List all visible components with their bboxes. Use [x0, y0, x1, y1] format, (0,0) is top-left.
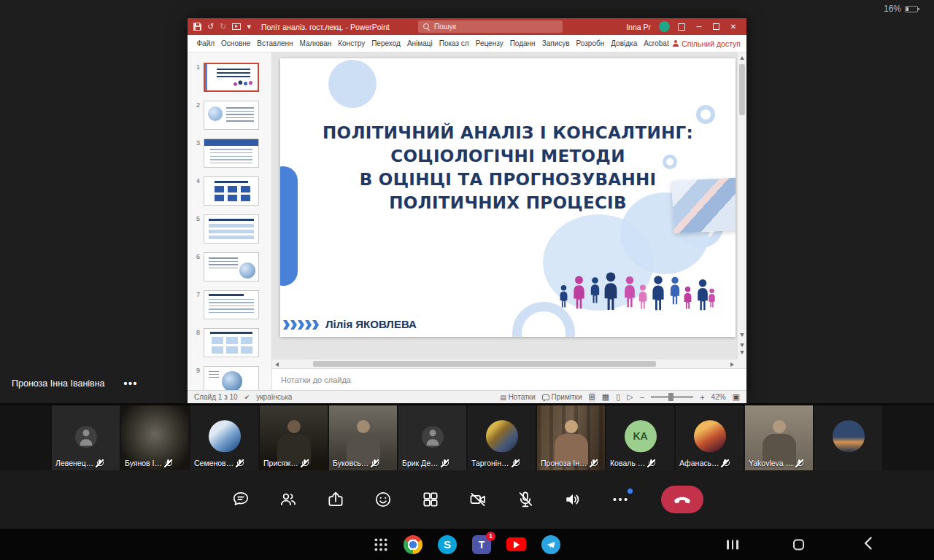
participant-tile[interactable] — [814, 405, 882, 470]
tab-recording[interactable]: Записув — [539, 39, 573, 47]
more-options-button[interactable] — [611, 490, 630, 509]
account-name[interactable]: Inna Pr — [626, 23, 651, 31]
slideshow-view-button[interactable]: ▷ — [627, 392, 633, 402]
tab-developer[interactable]: Розробн — [573, 39, 608, 47]
ribbon-display-options-icon[interactable] — [678, 23, 685, 31]
previous-slide-icon[interactable] — [740, 343, 744, 347]
mic-muted-icon — [590, 459, 598, 467]
next-slide-icon[interactable] — [740, 351, 744, 354]
redo-icon[interactable]: ↻ — [220, 23, 226, 31]
slide-thumbnail[interactable] — [204, 176, 259, 206]
skype-icon[interactable]: S — [438, 535, 457, 554]
participant-tile[interactable]: Брик Де… — [398, 405, 466, 470]
chrome-icon[interactable] — [404, 535, 422, 554]
nav-recents-icon[interactable] — [727, 540, 738, 549]
participant-tile[interactable]: Буянов І… — [121, 405, 189, 470]
scroll-up-arrow-icon[interactable] — [740, 56, 744, 60]
tab-help[interactable]: Довідка — [608, 39, 641, 47]
teams-icon[interactable]: T 1 — [472, 535, 491, 554]
participant-tile[interactable]: KA Коваль … — [606, 405, 674, 470]
slide-thumbnail[interactable] — [204, 328, 259, 357]
speaker-button[interactable] — [563, 490, 582, 509]
zoom-out-button[interactable]: − — [640, 393, 644, 402]
slide-thumbnail[interactable] — [204, 252, 259, 281]
tab-home[interactable]: Основне — [218, 39, 254, 47]
minimize-button[interactable]: ─ — [693, 23, 705, 31]
participant-tile[interactable]: Проноза Ін… — [537, 405, 605, 470]
participant-tile[interactable]: Присяж… — [260, 405, 328, 470]
slide-thumbnail[interactable] — [204, 366, 259, 390]
slide-counter[interactable]: Слайд 1 з 10 — [194, 393, 238, 401]
vertical-scrollbar[interactable] — [737, 52, 746, 359]
customize-toolbar-dropdown-icon[interactable]: ▾ — [247, 23, 251, 31]
participant-tile[interactable]: Левенец… — [52, 405, 120, 470]
zoom-slider-thumb[interactable] — [668, 393, 674, 401]
apps-grid-icon[interactable] — [374, 537, 388, 552]
tab-draw[interactable]: Малюван — [296, 39, 335, 47]
slide-thumbnail[interactable] — [204, 290, 259, 319]
tab-review[interactable]: Рецензу — [472, 39, 506, 47]
slide-thumbnail[interactable] — [204, 139, 259, 168]
reading-view-button[interactable]: ▯ — [616, 392, 620, 402]
participants-button[interactable] — [279, 490, 298, 509]
horizontal-scroll-thumb[interactable] — [313, 361, 656, 367]
presenter-more-options-icon[interactable]: ••• — [124, 378, 138, 389]
zoom-percentage[interactable]: 42% — [711, 393, 726, 401]
search-box[interactable]: Пошук — [418, 20, 563, 33]
tab-acrobat[interactable]: Acrobat — [641, 39, 672, 47]
scroll-left-arrow-icon[interactable] — [275, 362, 279, 367]
reactions-button[interactable] — [374, 490, 393, 509]
slide-thumbnail-item: 6 — [188, 252, 271, 281]
account-avatar[interactable] — [659, 21, 670, 32]
camera-toggle-button[interactable] — [468, 490, 487, 509]
participant-tile[interactable]: Семенов… — [190, 405, 258, 470]
notes-pane[interactable]: Нотатки до слайда — [272, 368, 746, 390]
scroll-down-arrow-icon[interactable] — [740, 333, 744, 337]
slide-thumbnail[interactable] — [204, 63, 259, 92]
save-icon[interactable] — [193, 23, 201, 31]
undo-icon[interactable]: ↺ — [207, 23, 214, 31]
youtube-icon[interactable] — [506, 537, 526, 551]
nav-back-icon[interactable] — [863, 535, 873, 553]
language-indicator[interactable]: українська — [256, 393, 292, 401]
notes-toggle[interactable]: ▤ Нотатки — [500, 393, 535, 401]
tab-view[interactable]: Поданн — [506, 39, 539, 47]
horizontal-scrollbar[interactable] — [272, 359, 737, 368]
zoom-slider[interactable] — [651, 396, 693, 398]
tab-animations[interactable]: Анімаці — [404, 39, 436, 47]
close-button[interactable]: ✕ — [727, 23, 739, 31]
participant-tile[interactable]: Таргонін… — [468, 405, 536, 470]
participant-tile-active-speaker[interactable]: Yakovleva … — [745, 405, 813, 470]
normal-view-button[interactable]: ⊞ — [589, 392, 595, 402]
slide-sorter-view-button[interactable]: ▦ — [602, 392, 609, 402]
scroll-right-arrow-icon[interactable] — [730, 362, 734, 367]
gallery-view-button[interactable] — [421, 490, 440, 509]
tab-file[interactable]: Файл — [193, 39, 218, 47]
start-slideshow-icon[interactable] — [232, 23, 241, 30]
vertical-scroll-thumb[interactable] — [739, 64, 745, 115]
maximize-button[interactable] — [713, 23, 719, 30]
fit-slide-to-window-button[interactable]: ▣ — [733, 392, 740, 402]
share-screen-button[interactable] — [326, 490, 345, 509]
chat-button[interactable] — [231, 490, 250, 509]
zoom-in-button[interactable]: + — [700, 393, 704, 402]
tab-transitions[interactable]: Переход — [368, 39, 404, 47]
scrollbar-corner — [737, 359, 746, 368]
youtube-play-icon — [514, 541, 520, 548]
tab-slideshow[interactable]: Показ сл — [436, 39, 472, 47]
spellcheck-icon[interactable]: ✔ — [244, 394, 250, 401]
tab-design[interactable]: Констру — [335, 39, 368, 47]
slide-thumbnail[interactable] — [204, 214, 259, 244]
tab-insert[interactable]: Вставленн — [254, 39, 296, 47]
notification-dot — [628, 489, 633, 494]
share-document-button[interactable]: Спільний доступ — [672, 39, 741, 48]
decor-circle — [328, 60, 377, 108]
mic-toggle-button[interactable] — [516, 490, 535, 509]
nav-home-icon[interactable] — [793, 539, 804, 550]
hang-up-button[interactable] — [661, 486, 703, 513]
telegram-icon[interactable] — [541, 535, 560, 554]
participant-tile[interactable]: Буковсь… — [329, 405, 397, 470]
slide-thumbnail[interactable] — [204, 101, 259, 130]
participant-tile[interactable]: Афанась… — [676, 405, 744, 470]
comments-toggle[interactable]: Примітки — [542, 393, 582, 401]
